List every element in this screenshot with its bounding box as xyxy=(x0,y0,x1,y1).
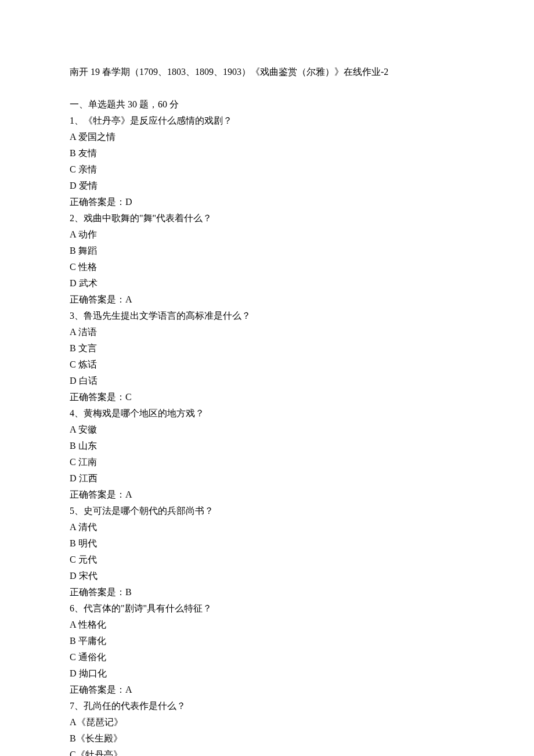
question-text: 7、孔尚任的代表作是什么？ xyxy=(70,698,464,714)
option: C 元代 xyxy=(70,552,464,568)
option: A 洁语 xyxy=(70,324,464,340)
option: C《牡丹亭》 xyxy=(70,747,464,756)
question-text: 2、戏曲中歌舞的"舞"代表着什么？ xyxy=(70,210,464,226)
option: D 宋代 xyxy=(70,568,464,584)
question-text: 6、代言体的"剧诗"具有什么特征？ xyxy=(70,600,464,617)
option: C 江南 xyxy=(70,454,464,470)
document-title: 南开 19 春学期（1709、1803、1809、1903）《戏曲鉴赏（尔雅）》… xyxy=(70,64,464,80)
option: C 通俗化 xyxy=(70,649,464,665)
questions-container: 1、《牡丹亭》是反应什么感情的戏剧？A 爱国之情B 友情C 亲情D 爱情正确答案… xyxy=(70,113,464,756)
option: A 清代 xyxy=(70,519,464,535)
answer: 正确答案是：B xyxy=(70,584,464,600)
question-text: 5、史可法是哪个朝代的兵部尚书？ xyxy=(70,503,464,519)
option: A《琵琶记》 xyxy=(70,714,464,730)
section-header: 一、单选题共 30 题，60 分 xyxy=(70,96,464,113)
option: B 明代 xyxy=(70,535,464,552)
option: C 亲情 xyxy=(70,161,464,178)
answer: 正确答案是：D xyxy=(70,194,464,210)
option: D 江西 xyxy=(70,470,464,487)
question-text: 1、《牡丹亭》是反应什么感情的戏剧？ xyxy=(70,113,464,129)
question-block: 3、鲁迅先生提出文学语言的高标准是什么？A 洁语B 文言C 炼话D 白话正确答案… xyxy=(70,308,464,405)
question-block: 5、史可法是哪个朝代的兵部尚书？A 清代B 明代C 元代D 宋代正确答案是：B xyxy=(70,503,464,600)
option: A 性格化 xyxy=(70,617,464,633)
option: B 平庸化 xyxy=(70,633,464,649)
option: C 炼话 xyxy=(70,357,464,373)
option: B 山东 xyxy=(70,438,464,454)
option: D 白话 xyxy=(70,373,464,389)
option: D 爱情 xyxy=(70,178,464,194)
question-text: 4、黄梅戏是哪个地区的地方戏？ xyxy=(70,405,464,422)
question-block: 2、戏曲中歌舞的"舞"代表着什么？A 动作B 舞蹈C 性格D 武术正确答案是：A xyxy=(70,210,464,308)
answer: 正确答案是：A xyxy=(70,291,464,308)
question-block: 1、《牡丹亭》是反应什么感情的戏剧？A 爱国之情B 友情C 亲情D 爱情正确答案… xyxy=(70,113,464,210)
question-block: 4、黄梅戏是哪个地区的地方戏？A 安徽B 山东C 江南D 江西正确答案是：A xyxy=(70,405,464,503)
option: C 性格 xyxy=(70,259,464,275)
option: A 安徽 xyxy=(70,422,464,438)
question-block: 6、代言体的"剧诗"具有什么特征？A 性格化B 平庸化C 通俗化D 拗口化正确答… xyxy=(70,600,464,698)
option: B 舞蹈 xyxy=(70,243,464,259)
option: B 友情 xyxy=(70,145,464,161)
option: B 文言 xyxy=(70,340,464,357)
answer: 正确答案是：A xyxy=(70,487,464,503)
option: A 爱国之情 xyxy=(70,129,464,145)
option: A 动作 xyxy=(70,226,464,243)
option: D 武术 xyxy=(70,275,464,291)
option: B《长生殿》 xyxy=(70,730,464,747)
answer: 正确答案是：A xyxy=(70,682,464,698)
question-block: 7、孔尚任的代表作是什么？A《琵琶记》B《长生殿》C《牡丹亭》D《桃花扇》 xyxy=(70,698,464,756)
option: D 拗口化 xyxy=(70,665,464,682)
answer: 正确答案是：C xyxy=(70,389,464,405)
question-text: 3、鲁迅先生提出文学语言的高标准是什么？ xyxy=(70,308,464,324)
